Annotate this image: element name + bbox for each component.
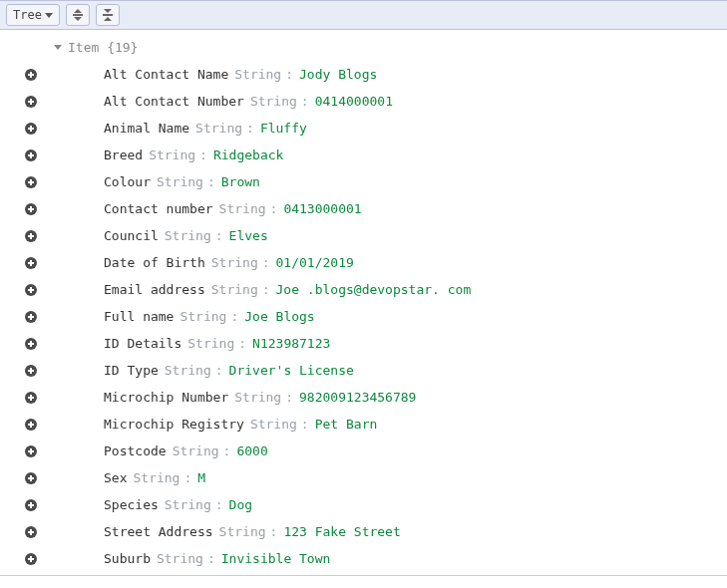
property-key: Sex: [104, 470, 127, 485]
colon: :: [199, 147, 207, 162]
tree-row[interactable]: Sex String:M: [0, 464, 727, 491]
property-value: 982009123456789: [299, 390, 416, 405]
add-icon[interactable]: [24, 337, 38, 351]
colon: :: [207, 551, 215, 566]
property-type: String: [157, 174, 203, 189]
property-value: Dog: [229, 497, 252, 512]
colon: :: [215, 497, 223, 512]
add-icon[interactable]: [24, 498, 38, 512]
property-type: String: [211, 282, 258, 297]
tree-row[interactable]: Contact numberString:0413000001: [0, 195, 727, 222]
add-icon[interactable]: [24, 148, 38, 162]
tree-row[interactable]: ColourString:Brown: [0, 168, 727, 195]
add-icon[interactable]: [24, 364, 38, 378]
property-key: ID Details: [104, 336, 182, 351]
expand-all-button[interactable]: [66, 4, 90, 26]
property-type: String: [173, 443, 219, 458]
property-type: String: [234, 67, 281, 82]
plus-circle-icon: [25, 69, 37, 81]
property-key: Alt Contact Name: [104, 67, 228, 82]
add-icon[interactable]: [24, 95, 38, 109]
mode-select[interactable]: Tree: [6, 4, 60, 26]
tree-row[interactable]: Street AddressString:123 Fake Street: [0, 518, 727, 545]
tree-row[interactable]: SpeciesString:Dog: [0, 491, 727, 518]
property-value: Joe Blogs: [244, 309, 314, 324]
property-key: Full name: [104, 309, 174, 324]
tree-row[interactable]: Microchip NumberString:982009123456789: [0, 384, 727, 411]
tree-row[interactable]: Alt Contact NumberString:0414000001: [0, 88, 727, 115]
property-value: Fluffy: [260, 121, 307, 136]
property-type: String: [219, 524, 266, 539]
property-key: Species: [104, 497, 159, 512]
add-icon[interactable]: [24, 229, 38, 243]
property-type: String: [234, 390, 281, 405]
tree-row[interactable]: Email addressString:Joe .blogs@devopstar…: [0, 276, 727, 303]
colon: :: [301, 417, 309, 432]
plus-circle-icon: [25, 338, 37, 350]
colon: :: [270, 524, 278, 539]
plus-circle-icon: [25, 472, 37, 484]
plus-circle-icon: [25, 230, 37, 242]
tree-row[interactable]: Animal NameString:Fluffy: [0, 115, 727, 142]
add-icon[interactable]: [24, 283, 38, 297]
add-icon[interactable]: [24, 202, 38, 216]
property-value: Pet Barn: [315, 417, 378, 432]
property-key: ID Type: [104, 363, 159, 378]
colon: :: [238, 336, 246, 351]
property-key: Microchip Number: [104, 390, 228, 405]
colon: :: [262, 282, 270, 297]
property-type: String: [157, 551, 203, 566]
plus-circle-icon: [25, 123, 37, 135]
property-type: String: [187, 336, 234, 351]
property-type: String: [195, 121, 242, 136]
tree-row[interactable]: Microchip RegistryString:Pet Barn: [0, 411, 727, 438]
tree-row[interactable]: BreedString:Ridgeback: [0, 142, 727, 168]
tree-row[interactable]: ID TypeString:Driver's License: [0, 357, 727, 384]
property-type: String: [165, 363, 211, 378]
property-key: Postcode: [104, 443, 167, 458]
colon: :: [301, 94, 309, 109]
toolbar: Tree: [0, 0, 727, 30]
colon: :: [262, 255, 270, 270]
colon: :: [285, 390, 293, 405]
add-icon[interactable]: [24, 525, 38, 539]
add-icon[interactable]: [24, 122, 38, 136]
property-type: String: [219, 201, 266, 216]
tree-row[interactable]: Date of BirthString:01/01/2019: [0, 249, 727, 276]
tree-row[interactable]: CouncilString:Elves: [0, 222, 727, 249]
add-icon[interactable]: [24, 256, 38, 270]
property-type: String: [250, 417, 297, 432]
add-icon[interactable]: [24, 310, 38, 324]
plus-circle-icon: [25, 257, 37, 269]
property-key: Alt Contact Number: [104, 94, 244, 109]
expand-all-icon: [73, 9, 83, 21]
collapse-all-button[interactable]: [96, 4, 120, 26]
property-type: String: [165, 228, 211, 243]
plus-circle-icon: [25, 96, 37, 108]
property-type: String: [133, 470, 180, 485]
colon: :: [230, 309, 238, 324]
add-icon[interactable]: [24, 418, 38, 432]
plus-circle-icon: [25, 499, 37, 511]
add-icon[interactable]: [24, 444, 38, 458]
add-icon[interactable]: [24, 471, 38, 485]
tree-row[interactable]: PostcodeString:6000: [0, 438, 727, 464]
property-value: Jody Blogs: [299, 67, 377, 82]
plus-circle-icon: [25, 419, 37, 431]
tree-row[interactable]: Full nameString:Joe Blogs: [0, 303, 727, 330]
property-key: Email address: [104, 282, 205, 297]
add-icon[interactable]: [24, 552, 38, 566]
plus-circle-icon: [25, 176, 37, 188]
add-icon[interactable]: [24, 175, 38, 189]
colon: :: [285, 67, 293, 82]
add-icon[interactable]: [24, 391, 38, 405]
colon: :: [270, 201, 278, 216]
tree-row[interactable]: ID DetailsString:N123987123: [0, 330, 727, 357]
property-value: 6000: [236, 443, 267, 458]
tree-row[interactable]: Alt Contact NameString:Jody Blogs: [0, 61, 727, 88]
add-icon[interactable]: [24, 68, 38, 82]
tree-row[interactable]: SuburbString:Invisible Town: [0, 545, 727, 572]
property-type: String: [149, 147, 195, 162]
property-value: Brown: [221, 174, 260, 189]
tree-root-node[interactable]: Item {19}: [0, 34, 727, 61]
